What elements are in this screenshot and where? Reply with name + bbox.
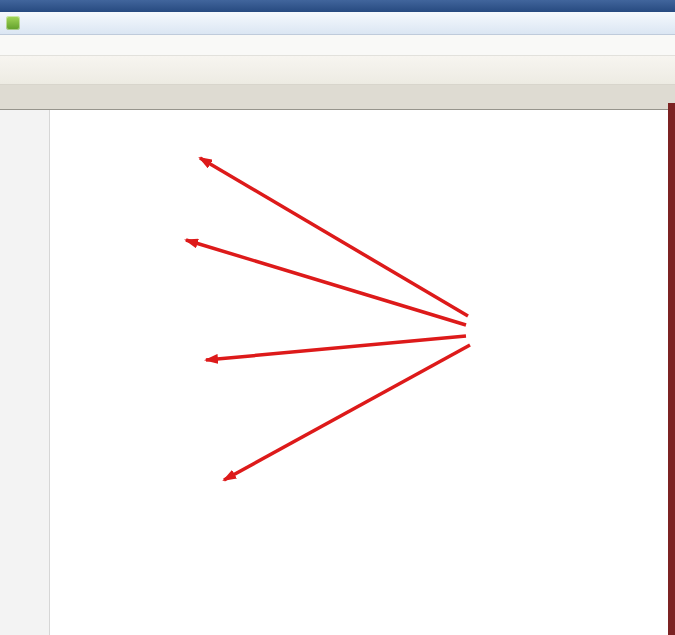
code-area[interactable] [50, 110, 675, 635]
line-number-gutter [0, 110, 50, 635]
notepadpp-icon [6, 16, 20, 30]
editor [0, 110, 675, 635]
menu-bar [0, 35, 675, 56]
tab-bar [0, 85, 675, 110]
background-window-edge [668, 103, 675, 635]
breadcrumb [0, 0, 675, 12]
toolbar [0, 56, 675, 85]
title-bar[interactable] [0, 12, 675, 35]
